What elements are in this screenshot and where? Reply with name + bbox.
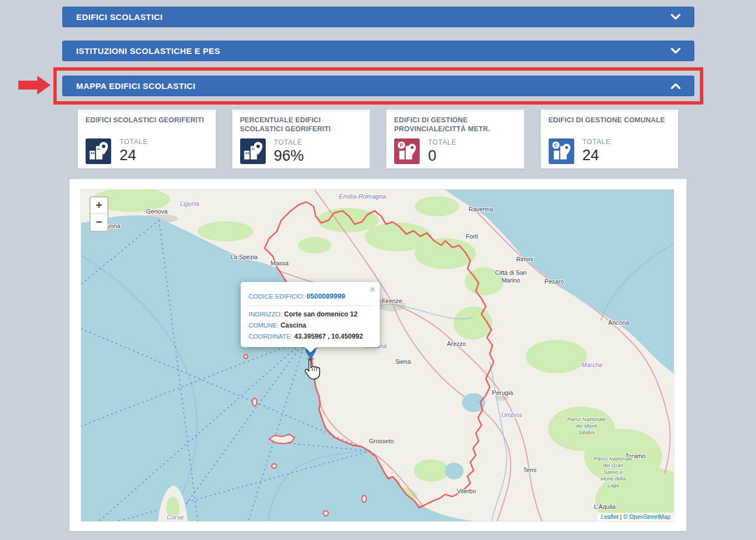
stat-card-gestione-comunale: EDIFICI DI GESTIONE COMUNALE C TOTALE 24: [541, 110, 679, 169]
accordion-mappa-edifici-scolastici[interactable]: MAPPA EDIFICI SCOLASTICI: [62, 76, 694, 96]
stat-title: EDIFICI SCOLASTICI GEORIFERITI: [86, 116, 208, 133]
stat-total-label: TOTALE: [274, 138, 304, 146]
stat-title: EDIFICI DI GESTIONE PROVINCIALE/CITTÀ ME…: [394, 116, 516, 134]
popup-row-indirizzo: INDIRIZZO: Corte san domenico 12: [248, 310, 372, 318]
map-card: GenovaSavonaLiguriaEmilia-RomagnaRavenna…: [69, 179, 687, 531]
svg-text:C: C: [554, 142, 558, 148]
leaflet-link[interactable]: Leaflet: [601, 513, 619, 520]
stat-total-label: TOTALE: [428, 138, 456, 146]
stat-total-label: TOTALE: [583, 138, 611, 146]
map-tiles: [81, 190, 674, 522]
building-map-marker-icon: [240, 138, 266, 164]
stat-card-percentuale-georiferiti: PERCENTUALE EDIFICI SCOLASTICI GEORIFERI…: [232, 110, 370, 169]
building-marker-gear-p-icon: P: [394, 138, 420, 164]
stat-title: PERCENTUALE EDIFICI SCOLASTICI GEORIFERI…: [240, 116, 362, 134]
building-map-marker-icon: [86, 138, 111, 164]
accordion-label: ISTITUZIONI SCOLASTICHE E PES: [76, 46, 220, 56]
svg-text:P: P: [400, 142, 403, 148]
stat-value: 24: [120, 147, 148, 164]
chevron-down-icon: [671, 12, 680, 22]
map-canvas[interactable]: GenovaSavonaLiguriaEmilia-RomagnaRavenna…: [81, 189, 674, 522]
map-attribution: Leaflet | © OpenStreetMap: [598, 513, 674, 521]
chevron-down-icon: [671, 46, 680, 56]
popup-row-coordinate: COORDINATE: 43.395967 , 10.450992: [248, 333, 372, 340]
stat-card-georiferiti: EDIFICI SCOLASTICI GEORIFERITI TOTALE 24: [78, 110, 216, 169]
popup-row-comune: COMUNE: Cascina: [248, 321, 372, 329]
popup-close-icon[interactable]: ×: [370, 285, 375, 294]
stat-value: 24: [583, 147, 611, 164]
accordion-edifici-scolastici[interactable]: EDIFICI SCOLASTICI: [62, 7, 694, 27]
accordion-label: MAPPA EDIFICI SCOLASTICI: [76, 81, 196, 91]
zoom-out-button[interactable]: −: [91, 214, 107, 231]
accordion-istituzioni-scolastiche[interactable]: ISTITUZIONI SCOLASTICHE E PES: [62, 41, 694, 61]
stat-value: 0: [428, 147, 456, 165]
stat-title: EDIFICI DI GESTIONE COMUNALE: [549, 116, 671, 133]
zoom-control: + −: [89, 196, 108, 232]
building-marker-gear-c-icon: C: [549, 138, 574, 164]
stats-row: EDIFICI SCOLASTICI GEORIFERITI TOTALE 24…: [78, 110, 678, 169]
stat-value: 96%: [274, 147, 304, 165]
stat-total-label: TOTALE: [120, 138, 148, 146]
stat-card-gestione-provinciale: EDIFICI DI GESTIONE PROVINCIALE/CITTÀ ME…: [386, 110, 524, 169]
popup-row-codice: CODICE EDIFICIO: 0500089999: [248, 293, 372, 300]
openstreetmap-link[interactable]: © OpenStreetMap: [623, 513, 670, 520]
chevron-up-icon: [671, 81, 680, 91]
annotation-arrow-icon: [18, 76, 51, 95]
accordion-label: EDIFICI SCOLASTICI: [76, 12, 163, 22]
codice-label: CODICE EDIFICIO:: [248, 293, 305, 300]
zoom-in-button[interactable]: +: [91, 197, 107, 214]
map-popup: × CODICE EDIFICIO: 0500089999 INDIRIZZO:…: [241, 282, 380, 347]
popup-divider: [248, 305, 372, 306]
codice-edificio-link[interactable]: 0500089999: [306, 293, 345, 300]
